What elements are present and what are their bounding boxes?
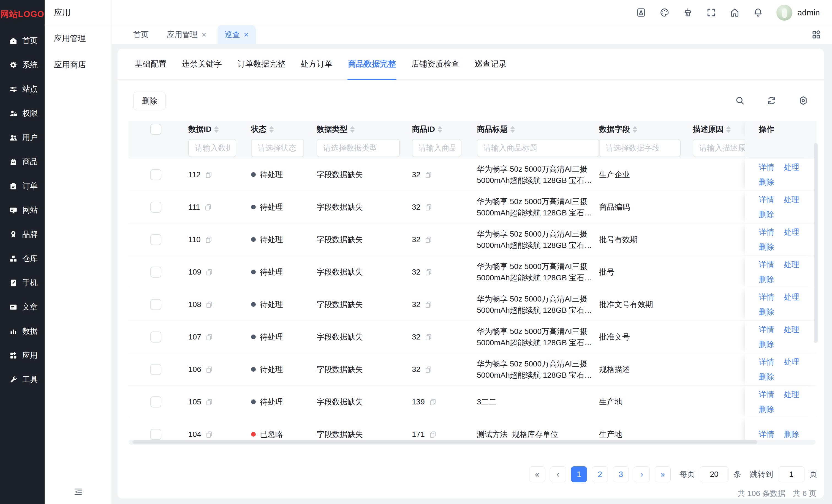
sidebar-item-apps[interactable]: 应用 (0, 343, 45, 368)
user-menu[interactable]: admin (776, 5, 820, 21)
action-link-delete[interactable]: 删除 (759, 306, 774, 317)
action-link-detail[interactable]: 详情 (759, 162, 774, 173)
brush-icon[interactable] (683, 7, 693, 18)
action-link-handle[interactable]: 处理 (784, 324, 799, 335)
copy-icon[interactable] (429, 430, 437, 438)
bell-icon[interactable] (753, 7, 763, 18)
action-link-detail[interactable]: 详情 (759, 226, 774, 238)
row-checkbox[interactable] (150, 169, 161, 180)
copy-icon[interactable] (424, 236, 432, 244)
copy-icon[interactable] (424, 203, 432, 211)
submenu-item-app-store[interactable]: 应用商店 (45, 52, 111, 78)
pagination-page-3[interactable]: 3 (613, 466, 629, 482)
sidebar-item-permission[interactable]: 权限 (0, 101, 45, 125)
copy-icon[interactable] (424, 171, 432, 178)
filter-input-status[interactable] (251, 139, 304, 157)
pagination-prev-button[interactable]: ‹ (550, 466, 566, 482)
copy-icon[interactable] (205, 268, 213, 276)
action-link-handle[interactable]: 处理 (784, 226, 799, 238)
action-link-handle[interactable]: 处理 (784, 194, 799, 205)
fullscreen-icon[interactable] (706, 7, 717, 18)
page-tab-app-manage[interactable]: 应用管理× (160, 25, 214, 44)
copy-icon[interactable] (205, 236, 212, 244)
action-link-handle[interactable]: 处理 (784, 259, 799, 270)
action-link-delete[interactable]: 删除 (759, 241, 774, 253)
copy-icon[interactable] (424, 333, 432, 341)
row-checkbox[interactable] (150, 429, 161, 440)
page-tab-home[interactable]: 首页 (126, 25, 156, 44)
row-checkbox[interactable] (150, 332, 161, 342)
sidebar-item-site[interactable]: 站点 (0, 77, 45, 101)
row-checkbox[interactable] (150, 202, 161, 213)
sidebar-item-system[interactable]: 系统 (0, 53, 45, 77)
copy-icon[interactable] (205, 430, 213, 438)
sidebar-item-mobile[interactable]: 手机 (0, 271, 45, 295)
action-link-detail[interactable]: 详情 (759, 356, 774, 368)
copy-icon[interactable] (205, 366, 213, 373)
sidebar-item-order[interactable]: 订单 (0, 174, 45, 198)
sort-control-title[interactable] (511, 126, 515, 133)
action-link-handle[interactable]: 处理 (784, 162, 799, 173)
action-link-delete[interactable]: 删除 (759, 403, 774, 415)
pagination-page-2[interactable]: 2 (592, 466, 608, 482)
tab-overview-icon[interactable] (811, 29, 822, 40)
pagination-first-button[interactable]: « (529, 466, 545, 482)
copy-icon[interactable] (205, 301, 213, 308)
page-tab-inspection[interactable]: 巡查× (217, 25, 256, 44)
inspection-tab-0[interactable]: 基础配置 (127, 49, 174, 80)
filter-input-title[interactable] (477, 139, 599, 157)
copy-icon[interactable] (205, 398, 213, 406)
sidebar-item-home[interactable]: 首页 (0, 29, 45, 53)
action-link-delete[interactable]: 删除 (759, 209, 774, 220)
sidebar-item-tools[interactable]: 工具 (0, 368, 45, 392)
action-link-delete[interactable]: 删除 (759, 371, 774, 383)
row-checkbox[interactable] (150, 234, 161, 245)
row-checkbox[interactable] (150, 396, 161, 408)
row-checkbox[interactable] (150, 364, 161, 375)
pagination-last-button[interactable]: » (655, 466, 671, 482)
sort-control-product_id[interactable] (438, 126, 442, 133)
refresh-icon[interactable] (766, 95, 777, 106)
filter-input-type[interactable] (317, 139, 400, 157)
sidebar-item-users[interactable]: 用户 (0, 125, 45, 150)
action-link-detail[interactable]: 详情 (759, 324, 774, 335)
sidebar-item-goods[interactable]: 商品 (0, 150, 45, 174)
home-outline-icon[interactable] (730, 7, 740, 18)
copy-icon[interactable] (424, 268, 432, 276)
jump-page-input[interactable] (778, 466, 804, 482)
vertical-scrollbar[interactable] (814, 143, 818, 343)
sort-control-status[interactable] (269, 126, 274, 133)
inspection-tab-4[interactable]: 商品数据完整 (340, 49, 404, 80)
action-link-handle[interactable]: 处理 (784, 356, 799, 368)
sort-control-reason[interactable] (726, 126, 731, 133)
filter-input-field[interactable] (599, 139, 681, 157)
filter-input-reason[interactable] (693, 139, 745, 157)
palette-icon[interactable] (659, 7, 670, 18)
settings-icon[interactable] (798, 95, 808, 106)
row-checkbox[interactable] (150, 299, 161, 310)
search-icon[interactable] (735, 95, 745, 106)
filter-input-id[interactable] (188, 139, 236, 157)
collapse-sidebar-button[interactable] (45, 487, 111, 497)
submenu-item-app-manage[interactable]: 应用管理 (45, 25, 111, 52)
sidebar-item-article[interactable]: 文章 (0, 295, 45, 319)
sidebar-item-website[interactable]: 网站 (0, 198, 45, 222)
action-link-detail[interactable]: 详情 (759, 291, 774, 303)
filter-input-product_id[interactable] (412, 139, 462, 157)
inspection-tab-1[interactable]: 违禁关键字 (174, 49, 230, 80)
inspection-tab-5[interactable]: 店铺资质检查 (404, 49, 467, 80)
action-link-handle[interactable]: 处理 (784, 389, 799, 400)
page-size-input[interactable] (700, 466, 728, 482)
horizontal-scrollbar[interactable] (129, 440, 815, 445)
close-icon[interactable]: × (202, 31, 207, 39)
copy-icon[interactable] (205, 333, 213, 341)
action-link-detail[interactable]: 详情 (759, 194, 774, 205)
copy-icon[interactable] (424, 366, 432, 373)
select-all-checkbox[interactable] (150, 124, 161, 135)
copy-icon[interactable] (205, 171, 212, 178)
pagination-next-button[interactable]: › (634, 466, 650, 482)
action-link-delete[interactable]: 删除 (759, 339, 774, 350)
delete-button[interactable]: 删除 (133, 92, 166, 110)
action-link-detail[interactable]: 详情 (759, 389, 774, 400)
horizontal-scrollbar-thumb[interactable] (132, 440, 757, 444)
